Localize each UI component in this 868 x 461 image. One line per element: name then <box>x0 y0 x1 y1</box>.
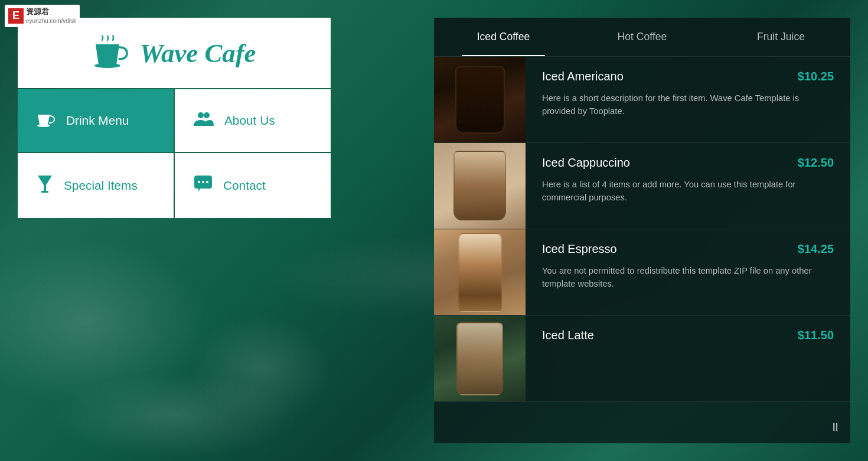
item-header-cappuccino: Iced Cappuccino $12.50 <box>542 156 834 170</box>
nav-item-contact[interactable]: Contact <box>175 153 331 218</box>
nav-item-special-items[interactable]: Special Items <box>18 153 174 218</box>
nav-label-contact: Contact <box>223 178 266 193</box>
header-card: Wave Cafe <box>18 18 331 88</box>
item-image-americano <box>434 57 526 142</box>
menu-tabs: Iced Coffee Hot Coffee Fruit Juice <box>434 18 850 57</box>
item-header-americano: Iced Americano $10.25 <box>542 70 834 83</box>
menu-item-iced-espresso: Iced Espresso $14.25 You are not permitt… <box>434 229 850 316</box>
espresso-image <box>434 229 526 315</box>
svg-point-0 <box>94 63 120 68</box>
watermark-name: 资源君 <box>26 7 76 17</box>
item-content-cappuccino: Iced Cappuccino $12.50 Here is a list of… <box>526 143 850 229</box>
menu-item-iced-cappuccino: Iced Cappuccino $12.50 Here is a list of… <box>434 143 850 229</box>
nav-label-about-us: About Us <box>224 113 275 128</box>
item-content-americano: Iced Americano $10.25 Here is a short de… <box>526 57 850 142</box>
svg-point-5 <box>198 181 200 183</box>
right-panel: Iced Coffee Hot Coffee Fruit Juice Iced … <box>434 18 850 443</box>
cappuccino-image <box>434 143 526 229</box>
item-name-latte: Iced Latte <box>542 329 594 342</box>
nav-label-drink-menu: Drink Menu <box>66 113 129 128</box>
pause-button[interactable]: ⏸ <box>830 421 841 434</box>
item-desc-espresso: You are not permitted to redistribute th… <box>542 264 834 290</box>
watermark-letter: E <box>8 8 24 24</box>
item-price-cappuccino: $12.50 <box>798 156 834 170</box>
menu-item-iced-latte: Iced Latte $11.50 <box>434 316 850 402</box>
nav-item-drink-menu[interactable]: Drink Menu <box>18 89 174 152</box>
item-image-espresso <box>434 229 526 315</box>
item-header-espresso: Iced Espresso $14.25 <box>542 242 834 256</box>
item-image-latte <box>434 316 526 401</box>
tab-iced-coffee[interactable]: Iced Coffee <box>434 18 573 56</box>
nav-item-about-us[interactable]: About Us <box>175 89 331 152</box>
menu-list: Iced Americano $10.25 Here is a short de… <box>434 57 850 443</box>
item-price-espresso: $14.25 <box>798 242 834 256</box>
item-price-latte: $11.50 <box>798 329 834 342</box>
item-header-latte: Iced Latte $11.50 <box>542 329 834 342</box>
menu-item-iced-americano: Iced Americano $10.25 Here is a short de… <box>434 57 850 143</box>
nav-grid: Drink Menu About Us Special Items <box>18 89 331 218</box>
item-content-latte: Iced Latte $11.50 <box>526 316 850 401</box>
watermark: E 资源君 eyunzhu.com/vdisk <box>5 5 80 27</box>
nav-label-special-items: Special Items <box>64 178 138 193</box>
item-desc-americano: Here is a short description for the firs… <box>542 92 834 118</box>
latte-image <box>434 316 526 401</box>
tab-hot-coffee[interactable]: Hot Coffee <box>573 18 712 56</box>
svg-point-3 <box>204 112 210 118</box>
left-panel: Wave Cafe Drink Menu <box>18 18 331 218</box>
item-name-espresso: Iced Espresso <box>542 242 617 256</box>
item-content-espresso: Iced Espresso $14.25 You are not permitt… <box>526 229 850 315</box>
item-name-americano: Iced Americano <box>542 70 624 83</box>
svg-point-6 <box>202 181 204 183</box>
item-desc-cappuccino: Here is a list of 4 items or add more. Y… <box>542 178 834 204</box>
americano-image <box>434 57 526 142</box>
cocktail-icon <box>37 174 53 197</box>
brand-name: Wave Cafe <box>140 38 256 69</box>
tab-fruit-juice[interactable]: Fruit Juice <box>712 18 850 56</box>
coffee-cup-icon <box>93 35 128 70</box>
chat-icon <box>194 175 213 196</box>
svg-point-2 <box>198 112 204 118</box>
people-icon <box>194 111 214 131</box>
watermark-info: 资源君 eyunzhu.com/vdisk <box>26 7 76 25</box>
watermark-url: eyunzhu.com/vdisk <box>26 17 76 25</box>
item-name-cappuccino: Iced Cappuccino <box>542 156 630 170</box>
svg-point-7 <box>206 181 208 183</box>
item-price-americano: $10.25 <box>798 70 834 83</box>
svg-point-1 <box>37 124 50 127</box>
cup-icon <box>37 111 56 131</box>
item-image-cappuccino <box>434 143 526 229</box>
